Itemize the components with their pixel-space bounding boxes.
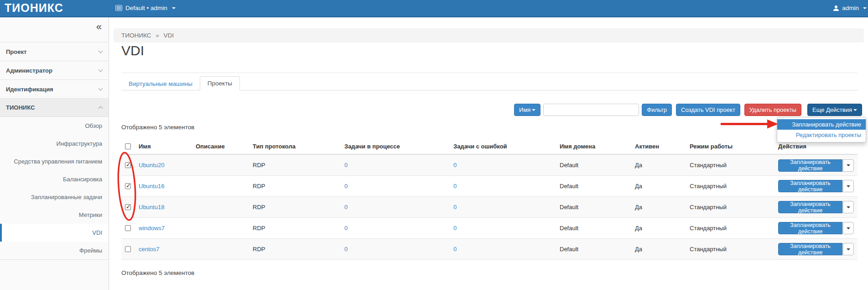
cell-description bbox=[192, 238, 249, 259]
projects-icon bbox=[115, 5, 122, 11]
row-checkbox[interactable] bbox=[125, 183, 131, 189]
cell-domain: Default bbox=[556, 175, 631, 196]
col-header-tasks-in-progress: Задачи в процессе bbox=[341, 139, 450, 154]
sidebar-sections: Проект Администратор Идентификация ТИОНИ… bbox=[0, 42, 109, 117]
tasks-with-error-link[interactable]: 0 bbox=[453, 246, 457, 253]
tasks-with-error-link[interactable]: 0 bbox=[453, 183, 457, 190]
tasks-with-error-link[interactable]: 0 bbox=[453, 204, 457, 211]
cell-protocol: RDP bbox=[249, 217, 341, 238]
row-actions-dropdown-toggle[interactable] bbox=[843, 243, 854, 255]
chevron-down-icon bbox=[99, 86, 103, 90]
cell-active: Да bbox=[631, 238, 686, 259]
sidebar-item-balancing[interactable]: Балансировка bbox=[0, 170, 109, 188]
sidebar-item-scheduled-tasks[interactable]: Запланированные задачи bbox=[0, 188, 109, 206]
cell-mode: Стандартный bbox=[686, 217, 774, 238]
breadcrumb: ТИОНИКС » VDI bbox=[114, 28, 864, 42]
sidebar-item-infrastructure[interactable]: Инфраструктура bbox=[0, 135, 109, 153]
sidebar-item-metrics[interactable]: Метрики bbox=[0, 206, 109, 224]
sidebar-item-frames[interactable]: Фреймы bbox=[0, 242, 109, 259]
sidebar-section-identity[interactable]: Идентификация bbox=[0, 79, 109, 98]
select-all-checkbox[interactable] bbox=[125, 143, 131, 149]
col-header-active: Активен bbox=[631, 139, 686, 154]
sidebar-section-tionix[interactable]: ТИОНИКС bbox=[0, 98, 109, 117]
tab-bar: Виртуальные машины Проекты bbox=[121, 76, 858, 90]
brand-logo[interactable]: ТИОНИКС bbox=[5, 1, 63, 15]
actions-menu-item[interactable]: Запланировать действие bbox=[777, 119, 866, 130]
cell-description bbox=[192, 196, 249, 217]
tab-virtual-machines[interactable]: Виртуальные машины bbox=[121, 77, 200, 90]
row-actions-dropdown-toggle[interactable] bbox=[843, 159, 854, 172]
cell-active: Да bbox=[631, 154, 686, 175]
items-count-top: Отображено 5 элементов bbox=[121, 124, 194, 131]
tasks-in-progress-link[interactable]: 0 bbox=[344, 183, 348, 190]
chevron-up-icon bbox=[99, 106, 103, 111]
filter-button[interactable]: Фильтр bbox=[642, 104, 672, 116]
cell-protocol: RDP bbox=[249, 154, 341, 175]
row-actions-dropdown-toggle[interactable] bbox=[843, 180, 854, 192]
sidebar-submenu: ОбзорИнфраструктураСредства управления п… bbox=[0, 117, 109, 260]
sidebar-section-project[interactable]: Проект bbox=[0, 42, 109, 61]
chevron-down-icon bbox=[172, 7, 176, 9]
row-actions-dropdown-toggle[interactable] bbox=[843, 201, 854, 213]
project-name-link[interactable]: windows7 bbox=[139, 225, 165, 232]
row-checkbox[interactable] bbox=[125, 204, 131, 210]
tasks-in-progress-link[interactable]: 0 bbox=[344, 225, 348, 232]
cell-domain: Default bbox=[556, 217, 631, 238]
schedule-action-button[interactable]: Запланировать действие bbox=[778, 243, 842, 255]
chevron-down-icon bbox=[99, 67, 103, 72]
chevron-down-icon bbox=[847, 206, 850, 208]
tasks-with-error-link[interactable]: 0 bbox=[453, 225, 457, 232]
cell-mode: Стандартный bbox=[686, 238, 774, 259]
sidebar-item-power-management[interactable]: Средства управления питанием bbox=[0, 153, 109, 170]
filter-field-dropdown[interactable]: Имя bbox=[514, 104, 541, 116]
project-name-link[interactable]: Ubuntu18 bbox=[139, 204, 164, 211]
table-row: Ubuntu18RDP00DefaultДаСтандартныйЗаплани… bbox=[121, 196, 858, 217]
sidebar-item-vdi[interactable]: VDI bbox=[0, 224, 109, 242]
delete-projects-button[interactable]: Удалить проекты bbox=[744, 104, 801, 116]
cell-active: Да bbox=[631, 217, 686, 238]
breadcrumb-root[interactable]: ТИОНИКС bbox=[121, 32, 151, 39]
sidebar-item-overview[interactable]: Обзор bbox=[0, 117, 109, 135]
chevron-down-icon bbox=[847, 248, 850, 250]
table-row: windows7RDP00DefaultДаСтандартныйЗаплани… bbox=[121, 217, 858, 238]
cell-description bbox=[192, 217, 249, 238]
table-header-row: Имя Описание Тип протокола Задачи в проц… bbox=[121, 139, 858, 154]
tab-projects[interactable]: Проекты bbox=[200, 76, 240, 90]
create-vdi-project-button[interactable]: Создать VDI проект bbox=[676, 104, 740, 116]
user-icon bbox=[833, 5, 839, 11]
row-checkbox[interactable] bbox=[125, 225, 131, 231]
schedule-action-button[interactable]: Запланировать действие bbox=[778, 201, 842, 213]
row-actions-dropdown-toggle[interactable] bbox=[843, 222, 854, 234]
row-checkbox[interactable] bbox=[125, 162, 131, 168]
col-header-mode: Режим работы bbox=[686, 139, 774, 154]
search-input[interactable] bbox=[543, 104, 639, 116]
tasks-in-progress-link[interactable]: 0 bbox=[344, 162, 348, 169]
col-header-name: Имя bbox=[135, 139, 192, 154]
cell-domain: Default bbox=[556, 196, 631, 217]
project-name-link[interactable]: Ubuntu16 bbox=[139, 183, 164, 190]
tasks-in-progress-link[interactable]: 0 bbox=[344, 204, 348, 211]
sidebar-section-administrator[interactable]: Администратор bbox=[0, 61, 109, 79]
divider bbox=[121, 73, 858, 73]
sidebar-collapse-button[interactable]: « bbox=[96, 21, 102, 33]
tasks-in-progress-link[interactable]: 0 bbox=[344, 246, 348, 253]
project-name-link[interactable]: centos7 bbox=[139, 246, 160, 253]
chevron-down-icon bbox=[847, 185, 850, 187]
filter-toolbar: Имя Фильтр Создать VDI проект Удалить пр… bbox=[514, 104, 862, 116]
table-row: centos7RDP00DefaultДаСтандартныйЗапланир… bbox=[121, 238, 858, 259]
cell-mode: Стандартный bbox=[686, 175, 774, 196]
tasks-with-error-link[interactable]: 0 bbox=[453, 162, 457, 169]
user-menu[interactable]: admin bbox=[833, 5, 867, 11]
project-name-link[interactable]: Ubuntu20 bbox=[139, 162, 164, 169]
chevron-down-icon bbox=[847, 227, 850, 229]
row-checkbox[interactable] bbox=[125, 246, 131, 252]
schedule-action-button[interactable]: Запланировать действие bbox=[778, 180, 842, 192]
chevron-down-icon bbox=[863, 7, 867, 9]
actions-menu-item[interactable]: Редактировать проекты bbox=[777, 130, 866, 140]
cell-active: Да bbox=[631, 175, 686, 196]
project-context-switcher[interactable]: Default • admin bbox=[115, 5, 176, 11]
schedule-action-button[interactable]: Запланировать действие bbox=[778, 222, 842, 234]
more-actions-button[interactable]: Еще Действия bbox=[807, 104, 862, 116]
schedule-action-button[interactable]: Запланировать действие bbox=[778, 159, 842, 172]
chevron-down-icon bbox=[532, 109, 535, 111]
